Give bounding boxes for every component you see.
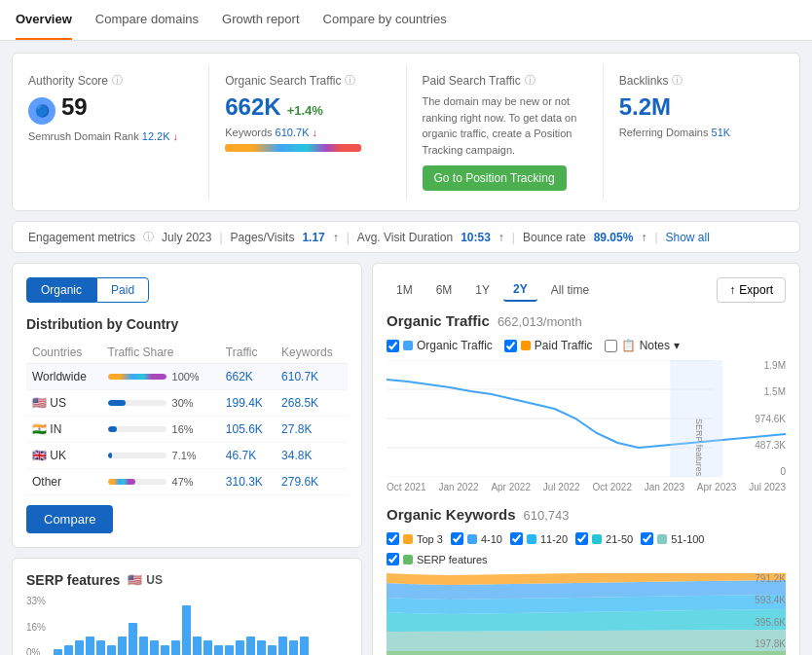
kw-legend-4-10[interactable]: 4-10 [451, 532, 502, 545]
serp-bar [268, 645, 277, 656]
engagement-info-icon[interactable]: ⓘ [143, 230, 154, 244]
serp-bar [278, 637, 287, 656]
serp-bar [118, 637, 127, 656]
serp-bar [96, 640, 105, 655]
table-row[interactable]: 🇬🇧 UK 7.1% 46.7K 34.8K [26, 443, 348, 469]
serp-bar [300, 637, 309, 656]
time-tab-2y[interactable]: 2Y [503, 278, 537, 302]
time-tab-1y[interactable]: 1Y [465, 279, 499, 301]
serp-panel: SERP features 🇺🇸 US 33% 16% 0% ☆ 🔗 [12, 558, 362, 655]
organic-chart-wrapper: SERP features 1.9M 1.5M 974.6K 487.3K 0 [387, 360, 786, 480]
nav-overview[interactable]: Overview [16, 0, 72, 40]
organic-keywords-value[interactable]: 610.7K [276, 127, 310, 138]
referring-domains-value[interactable]: 51K [712, 127, 731, 138]
paid-toggle-btn[interactable]: Paid [96, 277, 149, 303]
table-row[interactable]: 🇮🇳 IN 16% 105.6K 27.8K [26, 417, 348, 443]
backlinks-info-icon[interactable]: ⓘ [672, 73, 683, 88]
country-name: 🇬🇧 UK [26, 443, 102, 469]
export-icon: ↑ [729, 283, 735, 297]
country-name: 🇺🇸 US [26, 390, 102, 417]
keywords-header: Organic Keywords 610,743 [387, 506, 786, 527]
serp-bar [214, 645, 223, 656]
legend-notes-checkbox[interactable] [605, 340, 617, 352]
nav-compare-domains[interactable]: Compare domains [95, 0, 199, 40]
avg-visit-value: 10:53 [461, 231, 491, 244]
nav-compare-countries[interactable]: Compare by countries [323, 0, 447, 40]
country-name: 🇮🇳 IN [26, 417, 102, 443]
backlinks-sub: Referring Domains 51K [619, 127, 784, 138]
organic-toggle-btn[interactable]: Organic [26, 277, 96, 303]
compare-button[interactable]: Compare [26, 505, 113, 533]
organic-sub: Keywords 610.7K ↓ [225, 127, 389, 138]
country-name: Other [26, 469, 102, 495]
pages-visits-value: 1.17 [302, 231, 324, 244]
organic-y-labels: 1.9M 1.5M 974.6K 487.3K 0 [755, 360, 786, 477]
svg-text:SERP features: SERP features [694, 418, 704, 477]
time-tab-1m[interactable]: 1M [387, 279, 423, 301]
country-name: Worldwide [26, 364, 102, 390]
table-row[interactable]: Other 47% 310.3K 279.6K [26, 469, 348, 495]
charts-panel: 1M 6M 1Y 2Y All time ↑ Export Organic Tr… [372, 263, 800, 655]
keywords-chart-svg [387, 573, 786, 655]
keywords-legend: Top 3 4-10 11-20 [387, 532, 786, 565]
kw-legend-21-50[interactable]: 21-50 [575, 532, 633, 545]
organic-info-icon[interactable]: ⓘ [345, 73, 355, 88]
serp-bar [129, 623, 137, 655]
legend-paid-dot [521, 341, 531, 350]
kw-legend-top3[interactable]: Top 3 [387, 532, 443, 545]
kw-dot-11-20 [527, 534, 536, 544]
keywords-y-labels: 791.2K 593.4K 395.6K 197.8K 0 [755, 573, 786, 655]
serp-bar [203, 640, 212, 655]
organic-chart-title: Organic Traffic [387, 312, 490, 329]
backlinks-label: Backlinks ⓘ [619, 73, 784, 88]
bounce-rate-value: 89.05% [594, 231, 634, 244]
serp-bar [86, 637, 94, 656]
nav-growth-report[interactable]: Growth report [222, 0, 299, 40]
kw-legend-51-100[interactable]: 51-100 [641, 532, 704, 545]
organic-traffic-section: Organic Traffic 662,013/month Organic Tr… [387, 312, 786, 492]
legend-organic-dot [403, 341, 413, 350]
metrics-bar: Authority Score ⓘ 🔵 59 Semrush Domain Ra… [12, 53, 800, 211]
serp-bar [236, 640, 244, 655]
export-button[interactable]: ↑ Export [717, 277, 786, 303]
legend-notes[interactable]: 📋 Notes ▾ [605, 339, 680, 352]
traffic-share-bar: 16% [102, 417, 220, 443]
left-panel: Organic Paid Distribution by Country Cou… [12, 263, 362, 655]
serp-bar [182, 605, 191, 655]
organic-legend: Organic Traffic Paid Traffic 📋 Notes ▾ [387, 339, 786, 352]
organic-chart-subtitle: 662,013/month [498, 314, 582, 329]
notes-icon: 📋 [621, 339, 636, 352]
show-all-link[interactable]: Show all [666, 231, 710, 244]
time-tab-alltime[interactable]: All time [541, 279, 599, 301]
serp-bars [54, 596, 348, 655]
paid-info-icon[interactable]: ⓘ [525, 73, 535, 88]
time-tabs: 1M 6M 1Y 2Y All time ↑ Export [387, 277, 786, 303]
serp-bar [107, 645, 116, 656]
country-table: Countries Traffic Share Traffic Keywords… [26, 342, 348, 495]
table-row[interactable]: 🇺🇸 US 30% 199.4K 268.5K [26, 390, 348, 417]
legend-paid[interactable]: Paid Traffic [504, 339, 593, 352]
go-to-position-tracking-button[interactable]: Go to Position Tracking [423, 165, 567, 191]
legend-organic[interactable]: Organic Traffic [387, 339, 493, 352]
keywords-title: Organic Keywords [387, 506, 516, 523]
authority-sub-value[interactable]: 12.2K [142, 130, 170, 142]
kw-legend-11-20[interactable]: 11-20 [510, 532, 568, 545]
backlinks-metric: Backlinks ⓘ 5.2M Referring Domains 51K [604, 65, 799, 199]
kw-legend-serp[interactable]: SERP features [387, 553, 488, 565]
serp-bar [161, 645, 169, 656]
legend-organic-checkbox[interactable] [387, 340, 399, 352]
traffic-share-bar: 47% [102, 469, 220, 495]
organic-traffic-metric: Organic Search Traffic ⓘ 662K +1.4% Keyw… [209, 65, 406, 199]
authority-info-icon[interactable]: ⓘ [112, 73, 123, 88]
serp-bar [75, 640, 84, 655]
kw-dot-4-10 [467, 534, 477, 544]
serp-bar [246, 637, 255, 656]
kw-dot-serp [403, 555, 413, 564]
organic-x-labels: Oct 2021 Jan 2022 Apr 2022 Jul 2022 Oct … [387, 482, 786, 492]
legend-paid-checkbox[interactable] [504, 340, 517, 352]
content-area: Organic Paid Distribution by Country Cou… [12, 263, 800, 655]
col-traffic: Traffic [220, 342, 276, 364]
table-row[interactable]: Worldwide 100% 662K 610.7K [26, 364, 348, 390]
traffic-value: 662K [220, 364, 276, 390]
time-tab-6m[interactable]: 6M [426, 279, 462, 301]
